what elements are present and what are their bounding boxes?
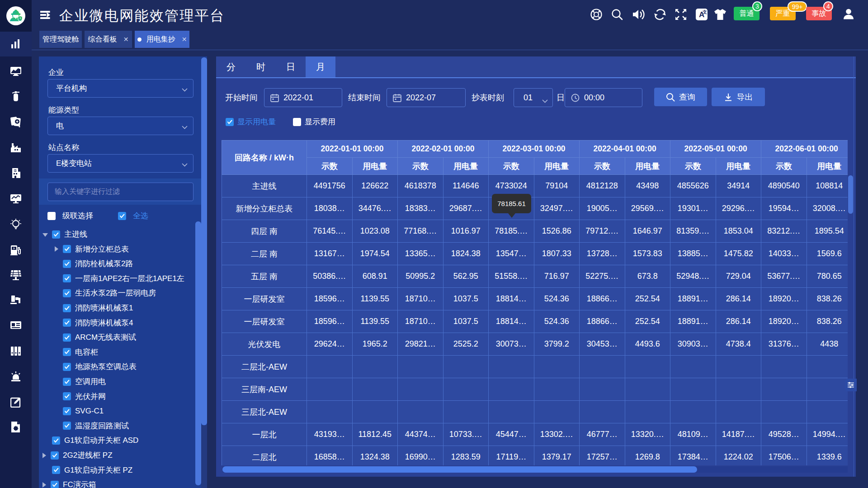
svg-text:文: 文 bbox=[702, 9, 707, 14]
